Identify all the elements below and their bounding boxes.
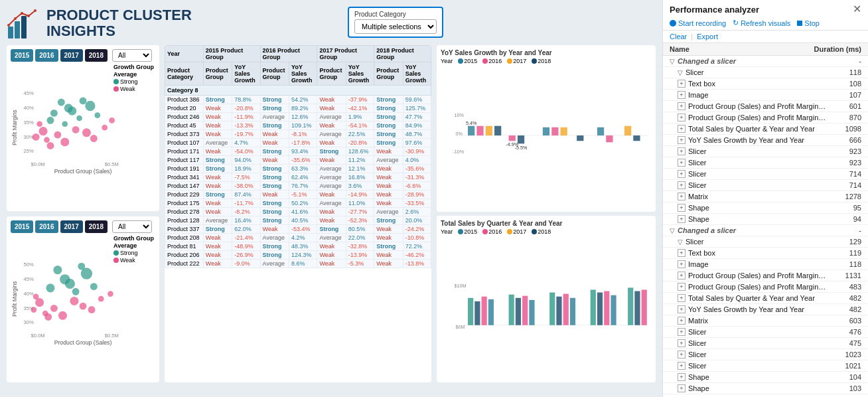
perf-item-duration: 118 <box>828 68 861 76</box>
dropdown-bottom[interactable]: All <box>112 220 152 233</box>
perf-list-item[interactable]: + Shape 103 <box>663 383 868 394</box>
perf-item-duration: 129 <box>828 238 861 246</box>
perf-item-duration: 1131 <box>828 272 861 279</box>
svg-rect-82 <box>551 127 558 135</box>
perf-list-item[interactable]: + Product Group (Sales) and Profit Margi… <box>663 112 868 123</box>
perf-list-item[interactable]: + Slicer 714 <box>663 180 868 191</box>
year-btn-2015-top[interactable]: 2015 <box>11 49 33 62</box>
svg-rect-93 <box>474 301 480 325</box>
clear-button[interactable]: Clear <box>670 33 687 40</box>
perf-item-name: Total Sales by Quarter & Year and Year <box>688 125 828 133</box>
perf-item-name: YoY Sales Growth by Year and Year <box>688 136 828 144</box>
perf-list-item[interactable]: + Image 107 <box>663 90 868 101</box>
svg-point-59 <box>70 297 78 305</box>
perf-list-item[interactable]: + Product Group (Sales) and Profit Margi… <box>663 270 868 281</box>
expand-icon: + <box>678 384 686 392</box>
perf-list-item[interactable]: + Text box 119 <box>663 248 868 259</box>
product-category-select[interactable]: Multiple selections <box>354 19 437 34</box>
svg-rect-78 <box>518 135 524 143</box>
svg-point-35 <box>47 142 54 149</box>
perf-list-item[interactable]: + Image 118 <box>663 259 868 270</box>
svg-text:0%: 0% <box>456 131 463 137</box>
perf-list-item[interactable]: + Slicer 1023 <box>663 349 868 360</box>
perf-list-item[interactable]: + YoY Sales Growth by Year and Year 482 <box>663 304 868 315</box>
perf-list-item[interactable]: + Total Sales by Quarter & Year and Year… <box>663 293 868 304</box>
perf-list[interactable]: ▽ Changed a slicer - ▽ Slicer 118 + Text… <box>663 56 868 397</box>
export-button[interactable]: Export <box>697 33 718 40</box>
svg-point-48 <box>46 283 54 292</box>
svg-rect-107 <box>611 295 616 325</box>
svg-point-63 <box>98 296 104 302</box>
year-btn-2016-bot[interactable]: 2016 <box>35 220 58 233</box>
perf-header: Performance analyzer ✕ Start recording ↻… <box>663 0 868 31</box>
perf-list-item[interactable]: + Matrix 1278 <box>663 191 868 202</box>
svg-point-29 <box>44 137 50 143</box>
perf-item-name: Changed a slicer <box>678 226 828 234</box>
svg-text:-5.5%: -5.5% <box>515 145 528 151</box>
perf-list-item[interactable]: + Product Group (Sales) and Profit Margi… <box>663 101 868 112</box>
legend-bottom: Growth Group Average Strong Weak <box>113 235 154 264</box>
perf-list-item[interactable]: + Slicer 923 <box>663 157 868 169</box>
col-name: Name <box>670 45 689 53</box>
perf-list-item[interactable]: + Slicer 714 <box>663 169 868 180</box>
expand-icon: + <box>678 362 686 370</box>
year-btn-2015-bot[interactable]: 2015 <box>11 220 33 233</box>
expand-icon: + <box>678 317 686 325</box>
perf-item-name: Image <box>688 91 828 99</box>
svg-rect-98 <box>522 296 528 325</box>
perf-item-name: Slicer <box>688 362 828 370</box>
svg-text:$0M: $0M <box>456 325 465 330</box>
perf-item-duration: 1023 <box>828 351 861 358</box>
perf-list-item[interactable]: ▽ Changed a slicer - <box>663 56 868 67</box>
perf-item-duration: - <box>828 226 861 234</box>
svg-rect-84 <box>577 135 583 141</box>
year-buttons-bottom: 2015 2016 2017 2018 All <box>11 220 155 233</box>
svg-rect-86 <box>606 135 613 142</box>
perf-list-item[interactable]: ▽ Slicer 129 <box>663 236 868 248</box>
perf-list-item[interactable]: + Slicer 1021 <box>663 360 868 372</box>
svg-point-4 <box>14 17 17 20</box>
perf-list-item[interactable]: ▽ Slicer 118 <box>663 67 868 78</box>
expand-icon: + <box>678 170 686 178</box>
perf-list-item[interactable]: + Matrix 603 <box>663 315 868 327</box>
expand-icon: + <box>678 305 686 313</box>
year-btn-2017-top[interactable]: 2017 <box>60 49 83 62</box>
legend-top: Growth Group Average Strong Weak <box>113 64 154 92</box>
stop-button[interactable]: Stop <box>797 19 820 27</box>
dropdown-top[interactable]: All <box>112 49 152 62</box>
perf-list-item[interactable]: + Slicer 476 <box>663 327 868 338</box>
perf-list-item[interactable]: + Shape 95 <box>663 202 868 214</box>
perf-list-item[interactable]: + YoY Sales Growth by Year and Year 666 <box>663 135 868 146</box>
svg-text:40%: 40% <box>24 105 34 111</box>
close-button[interactable]: ✕ <box>853 4 861 15</box>
perf-list-item[interactable]: + Shape 104 <box>663 372 868 383</box>
svg-point-23 <box>80 97 87 104</box>
perf-item-duration: 119 <box>828 249 861 257</box>
performance-analyzer-panel: Visualizations Filters Performance analy… <box>662 0 868 397</box>
svg-point-19 <box>76 116 82 121</box>
perf-list-item[interactable]: ▽ Changed a slicer - <box>663 225 868 236</box>
expand-icon: + <box>678 181 686 189</box>
svg-text:45%: 45% <box>24 276 34 282</box>
scatter-chart-top: 2015 2016 2017 2018 All Growth Group Ave… <box>7 45 159 211</box>
svg-rect-108 <box>628 287 633 325</box>
year-btn-2016-top[interactable]: 2016 <box>35 49 58 62</box>
data-table: Year 2015 Product Group 2016 Product Gro… <box>165 45 431 268</box>
year-btn-2018-top[interactable]: 2018 <box>85 49 108 62</box>
perf-item-name: Product Group (Sales) and Profit Margins… <box>688 114 828 121</box>
perf-list-item[interactable]: + Shape 94 <box>663 214 868 225</box>
total-sales-chart: Total Sales by Quarter & Year and Year Y… <box>437 216 656 382</box>
perf-list-item[interactable]: + Text box 108 <box>663 78 868 90</box>
perf-item-name: Total Sales by Quarter & Year and Year <box>688 294 828 302</box>
perf-list-item[interactable]: + Product Group (Sales) and Profit Margi… <box>663 281 868 293</box>
perf-item-name: Slicer <box>688 181 828 189</box>
refresh-visuals-button[interactable]: ↻ Refresh visuals <box>733 19 790 27</box>
perf-list-item[interactable]: + Slicer 475 <box>663 338 868 349</box>
year-btn-2018-bot[interactable]: 2018 <box>85 220 108 233</box>
start-recording-button[interactable]: Start recording <box>670 19 726 27</box>
perf-item-name: Slicer <box>688 339 828 347</box>
perf-list-item[interactable]: + Slicer 923 <box>663 146 868 157</box>
year-btn-2017-bot[interactable]: 2017 <box>60 220 83 233</box>
perf-list-item[interactable]: + Total Sales by Quarter & Year and Year… <box>663 123 868 135</box>
table-row: Product 208 Weak -21.4% Average 4.2% Ave… <box>165 234 431 242</box>
